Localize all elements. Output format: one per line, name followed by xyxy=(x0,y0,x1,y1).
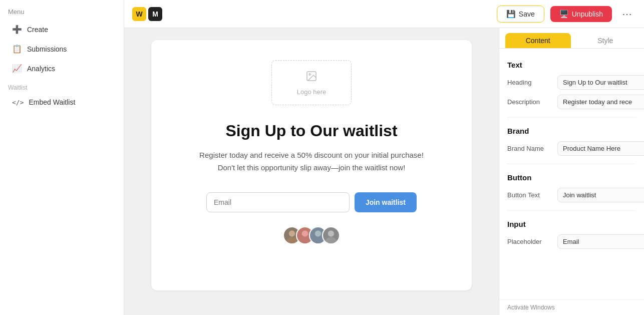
placeholder-label: Placeholder xyxy=(507,238,552,245)
page-card: Logo here Sign Up to Our waitlist Regist… xyxy=(151,40,472,290)
activate-windows: Activate Windows xyxy=(499,299,644,315)
svg-point-8 xyxy=(328,230,334,236)
right-panel: Content Style Text Heading Description B… xyxy=(499,28,644,315)
svg-point-5 xyxy=(299,237,310,243)
save-icon: 💾 xyxy=(506,10,516,19)
join-button[interactable]: Join waitlist xyxy=(355,192,417,212)
brand-name-input[interactable] xyxy=(557,141,644,156)
heading-label: Heading xyxy=(507,79,552,86)
panel-section-button-title: Button xyxy=(507,173,636,182)
main-content: Logo here Sign Up to Our waitlist Regist… xyxy=(124,28,644,315)
sidebar-item-create[interactable]: ➕ Create xyxy=(4,20,120,39)
svg-point-1 xyxy=(309,74,310,75)
logo-w: W xyxy=(132,7,146,21)
panel-section-brand-title: Brand xyxy=(507,127,636,135)
canvas: Logo here Sign Up to Our waitlist Regist… xyxy=(124,28,499,315)
panel-section-text-title: Text xyxy=(507,61,636,69)
panel-row-button-text: Button Text xyxy=(507,188,636,202)
page-description: Register today and receive a 50% discoun… xyxy=(191,149,432,174)
placeholder-input[interactable] xyxy=(557,234,644,249)
page-heading: Sign Up to Our waitlist xyxy=(225,121,397,140)
sidebar-item-submissions[interactable]: 📋 Submissions xyxy=(4,40,120,58)
svg-point-4 xyxy=(302,230,308,236)
logo-placeholder-text: Logo here xyxy=(297,88,327,96)
avatar xyxy=(322,226,340,244)
logo-placeholder: Logo here xyxy=(271,60,352,105)
panel-row-brand-name: Brand Name xyxy=(507,141,636,156)
avatar-group xyxy=(283,226,340,244)
svg-point-6 xyxy=(315,230,321,236)
svg-point-2 xyxy=(289,230,295,236)
topbar: W M 💾 Save 🖥️ Unpublish ⋯ xyxy=(124,0,644,28)
sidebar-item-embed-label: Embed Waitlist xyxy=(29,98,75,106)
tab-style[interactable]: Style xyxy=(573,33,638,48)
sidebar-waitlist-label: Waitlist xyxy=(0,78,124,93)
email-input[interactable] xyxy=(206,192,350,212)
panel-row-placeholder: Placeholder xyxy=(507,234,636,249)
image-icon xyxy=(305,70,317,85)
unpublish-button[interactable]: 🖥️ Unpublish xyxy=(550,6,612,22)
logo-m: M xyxy=(148,7,162,21)
panel-section-input-title: Input xyxy=(507,220,636,228)
logo-group: W M xyxy=(132,7,162,21)
sidebar-item-submissions-label: Submissions xyxy=(27,45,67,53)
svg-point-3 xyxy=(286,237,297,243)
sidebar-menu-label: Menu xyxy=(0,8,124,20)
sidebar: Menu ➕ Create 📋 Submissions 📈 Analytics … xyxy=(0,0,124,315)
panel-body: Text Heading Description Brand Brand Nam… xyxy=(499,49,644,262)
svg-point-7 xyxy=(312,237,323,243)
create-icon: ➕ xyxy=(12,25,22,34)
save-button[interactable]: 💾 Save xyxy=(497,6,544,23)
unpublish-label: Unpublish xyxy=(572,10,603,18)
email-row: Join waitlist xyxy=(206,192,417,212)
unpublish-icon: 🖥️ xyxy=(559,10,569,19)
save-label: Save xyxy=(519,10,535,18)
divider-2 xyxy=(507,164,636,164)
brand-name-label: Brand Name xyxy=(507,145,552,152)
button-text-input[interactable] xyxy=(557,188,644,202)
divider-3 xyxy=(507,210,636,211)
sidebar-item-analytics-label: Analytics xyxy=(27,65,55,73)
heading-input[interactable] xyxy=(557,75,644,90)
sidebar-item-analytics[interactable]: 📈 Analytics xyxy=(4,59,120,78)
sidebar-item-embed-waitlist[interactable]: </> Embed Waitlist xyxy=(4,94,120,111)
sidebar-item-create-label: Create xyxy=(27,26,48,34)
button-text-label: Button Text xyxy=(507,191,552,199)
submissions-icon: 📋 xyxy=(12,44,22,54)
analytics-icon: 📈 xyxy=(12,64,22,73)
divider-1 xyxy=(507,117,636,118)
embed-icon: </> xyxy=(12,99,24,106)
panel-tabs: Content Style xyxy=(499,28,644,49)
more-options-button[interactable]: ⋯ xyxy=(618,6,636,22)
tab-content[interactable]: Content xyxy=(505,33,571,48)
description-input[interactable] xyxy=(557,95,644,109)
svg-point-9 xyxy=(326,237,336,243)
panel-row-description: Description xyxy=(507,95,636,109)
panel-row-heading: Heading xyxy=(507,75,636,90)
description-label: Description xyxy=(507,98,552,106)
